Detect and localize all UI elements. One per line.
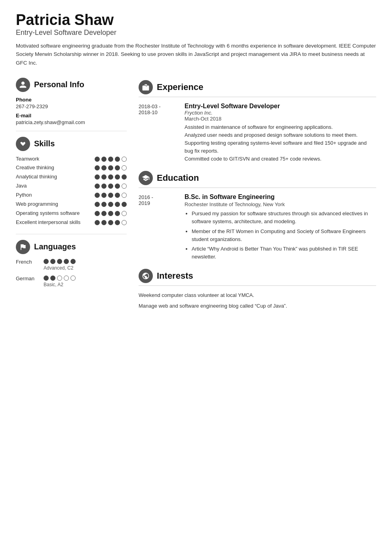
dot-empty — [122, 165, 127, 170]
education-bullet: Article “Why Android is Better Than You … — [192, 245, 376, 261]
dot-filled — [101, 184, 107, 189]
left-column: Personal Info Phone 267-279-2329 E-mail … — [16, 76, 127, 313]
dot-filled — [115, 220, 120, 225]
dot-filled — [101, 157, 107, 162]
skill-row: Teamwork — [16, 156, 127, 163]
dot-empty — [122, 184, 127, 189]
education-detail: B.Sc. in Software EngineeringRochester I… — [185, 193, 376, 262]
experience-description: Committed code to GIT/SVN and created 75… — [185, 155, 376, 163]
experience-row: 2018-03 - 2018-10Entry-Level Software De… — [139, 103, 376, 163]
dot-filled — [108, 157, 113, 162]
dot-filled — [108, 165, 113, 170]
interests-list: Weekend computer class volunteer at loca… — [139, 291, 376, 310]
main-grid: Personal Info Phone 267-279-2329 E-mail … — [16, 76, 376, 313]
skill-name: Web programming — [16, 201, 95, 208]
education-title: Education — [157, 173, 199, 183]
language-level: Advanced, C2 — [44, 265, 73, 271]
dot-filled — [101, 193, 107, 198]
education-header: Education — [139, 171, 376, 188]
language-dots — [44, 259, 76, 264]
dot-empty — [70, 276, 76, 281]
education-bullet: Member of the RIT Women in Computing and… — [192, 228, 376, 243]
languages-icon — [16, 240, 30, 254]
personal-info-section: Personal Info Phone 267-279-2329 E-mail … — [16, 78, 127, 131]
dot-filled — [115, 174, 120, 180]
experience-company: Fryction Inc. — [185, 110, 376, 116]
skill-row: Creative thinking — [16, 165, 127, 171]
dot-filled — [95, 220, 100, 225]
experience-title: Experience — [157, 82, 203, 92]
skill-row: Java — [16, 183, 127, 189]
dot-empty — [57, 276, 62, 281]
experience-description: Assisted in maintenance of software for … — [185, 123, 376, 131]
skill-dots — [95, 184, 127, 189]
dot-filled — [101, 202, 107, 207]
dot-filled — [101, 165, 107, 170]
candidate-summary: Motivated software engineering graduate … — [16, 42, 376, 67]
email-value: patricia.zety.shaw@gmail.com — [16, 119, 127, 125]
skill-dots — [95, 211, 127, 216]
dot-filled — [122, 202, 127, 207]
experience-description: Supporting testing operating systems-lev… — [185, 139, 376, 155]
skills-icon — [16, 137, 30, 151]
skill-row: Analytical thinking — [16, 174, 127, 180]
dot-empty — [122, 211, 127, 216]
interests-title: Interests — [157, 271, 193, 281]
candidate-name: Patricia Shaw — [16, 12, 376, 29]
languages-list: FrenchAdvanced, C2GermanBasic, A2 — [16, 259, 127, 287]
language-row: FrenchAdvanced, C2 — [16, 259, 127, 271]
education-section: Education 2016 - 2019B.Sc. in Software E… — [139, 171, 376, 262]
language-level: Basic, A2 — [44, 282, 63, 287]
dot-filled — [44, 276, 49, 281]
skill-dots — [95, 157, 127, 162]
skill-name: Java — [16, 183, 95, 189]
language-right: Basic, A2 — [44, 276, 76, 287]
language-name: German — [16, 276, 44, 281]
dot-filled — [101, 174, 107, 180]
dot-filled — [44, 259, 49, 264]
skills-header: Skills — [16, 137, 127, 151]
skills-section: Skills TeamworkCreative thinkingAnalytic… — [16, 137, 127, 234]
interests-header: Interests — [139, 269, 376, 286]
skill-row: Excellent interpersonal skills — [16, 219, 127, 226]
dot-filled — [95, 165, 100, 170]
experience-section: Experience 2018-03 - 2018-10Entry-Level … — [139, 80, 376, 163]
right-column: Experience 2018-03 - 2018-10Entry-Level … — [139, 76, 376, 313]
languages-header: Languages — [16, 240, 127, 254]
dot-empty — [64, 276, 69, 281]
dot-filled — [95, 184, 100, 189]
dot-empty — [122, 193, 127, 198]
education-list: 2016 - 2019B.Sc. in Software Engineering… — [139, 193, 376, 262]
dot-filled — [50, 276, 55, 281]
education-bullet: Pursued my passion for software structur… — [192, 210, 376, 226]
language-dots — [44, 276, 76, 281]
personal-info-title: Personal Info — [34, 80, 84, 89]
skill-name: Excellent interpersonal skills — [16, 219, 95, 226]
experience-job-title: Entry-Level Software Developer — [185, 103, 376, 110]
dot-filled — [108, 211, 113, 216]
dot-filled — [95, 202, 100, 207]
skill-row: Operating systems software — [16, 210, 127, 217]
candidate-title: Entry-Level Software Developer — [16, 29, 376, 37]
skills-title: Skills — [34, 139, 55, 148]
dot-filled — [115, 184, 120, 189]
dot-empty — [122, 157, 127, 162]
dot-filled — [64, 259, 69, 264]
language-right: Advanced, C2 — [44, 259, 76, 271]
personal-info-icon — [16, 78, 30, 92]
education-bullets: Pursued my passion for software structur… — [185, 210, 376, 261]
skill-dots — [95, 193, 127, 198]
dot-filled — [115, 165, 120, 170]
skill-dots — [95, 174, 127, 180]
dot-filled — [115, 157, 120, 162]
education-degree: B.Sc. in Software Engineering — [185, 193, 376, 201]
experience-description: Analyzed user needs and proposed design … — [185, 131, 376, 139]
dot-filled — [108, 202, 113, 207]
language-row: GermanBasic, A2 — [16, 276, 127, 287]
dot-filled — [108, 220, 113, 225]
dot-filled — [101, 211, 107, 216]
language-name: French — [16, 259, 44, 265]
email-label: E-mail — [16, 113, 127, 119]
education-school: Rochester Institute of Technology, New Y… — [185, 201, 376, 207]
interest-item: Weekend computer class volunteer at loca… — [139, 291, 376, 300]
